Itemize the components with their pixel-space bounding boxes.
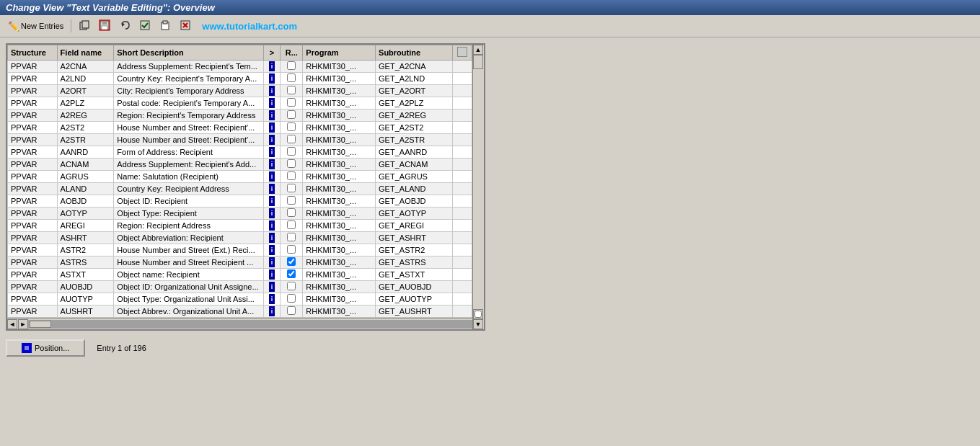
cell-arrow[interactable]: i <box>263 110 281 122</box>
info-button[interactable]: i <box>269 147 275 157</box>
cell-r[interactable] <box>281 244 303 257</box>
cell-arrow[interactable]: i <box>263 134 281 146</box>
cell-arrow[interactable]: i <box>263 269 281 281</box>
undo-button[interactable] <box>115 17 134 35</box>
info-button[interactable]: i <box>269 257 275 267</box>
info-button[interactable]: i <box>269 61 275 71</box>
cell-arrow[interactable]: i <box>263 171 281 183</box>
info-button[interactable]: i <box>269 245 275 255</box>
r-checkbox[interactable] <box>287 159 296 168</box>
cell-r[interactable] <box>281 195 303 208</box>
cell-r[interactable] <box>281 208 303 220</box>
r-checkbox[interactable] <box>287 294 296 303</box>
r-checkbox[interactable] <box>287 147 296 156</box>
scroll-check-input[interactable] <box>474 311 482 318</box>
horizontal-scrollbar[interactable]: ◄ ► … ► <box>7 318 472 329</box>
r-checkbox[interactable] <box>287 171 296 180</box>
r-checkbox[interactable] <box>287 135 296 143</box>
info-button[interactable]: i <box>269 98 275 108</box>
cell-arrow[interactable]: i <box>263 244 281 257</box>
cell-arrow[interactable]: i <box>263 122 281 134</box>
save-button[interactable] <box>95 17 114 35</box>
cell-arrow[interactable]: i <box>263 220 281 232</box>
cell-arrow[interactable]: i <box>263 195 281 208</box>
other-button[interactable] <box>136 17 154 35</box>
copy-button[interactable] <box>75 17 94 35</box>
info-button[interactable]: i <box>269 184 275 194</box>
info-button[interactable]: i <box>269 233 275 243</box>
info-button[interactable]: i <box>269 135 275 145</box>
info-button[interactable]: i <box>269 220 275 231</box>
r-checkbox[interactable] <box>287 110 296 119</box>
r-checkbox[interactable] <box>287 184 296 192</box>
cell-r[interactable] <box>281 110 303 122</box>
cell-r[interactable] <box>281 220 303 232</box>
scroll-left-arrow[interactable]: ◄ <box>7 319 17 329</box>
cell-r[interactable] <box>281 85 303 97</box>
delete-button[interactable] <box>176 17 195 35</box>
col-header-icon[interactable] <box>452 45 472 61</box>
r-checkbox[interactable] <box>287 208 296 217</box>
cell-r[interactable] <box>281 293 303 305</box>
info-button[interactable]: i <box>269 159 275 169</box>
cell-r[interactable] <box>281 232 303 244</box>
info-button[interactable]: i <box>269 171 275 182</box>
cell-arrow[interactable]: i <box>263 146 281 159</box>
cell-r[interactable] <box>281 305 303 318</box>
cell-arrow[interactable]: i <box>263 159 281 171</box>
cell-arrow[interactable]: i <box>263 208 281 220</box>
cell-r[interactable] <box>281 146 303 159</box>
r-checkbox[interactable] <box>287 61 296 70</box>
r-checkbox[interactable] <box>287 122 296 131</box>
scroll-checkbox[interactable] <box>473 309 483 319</box>
r-checkbox[interactable] <box>287 282 296 290</box>
new-entries-button[interactable]: ✏️ New Entries <box>4 19 67 34</box>
position-button[interactable]: Position... <box>6 339 85 357</box>
info-button[interactable]: i <box>269 122 275 133</box>
cell-arrow[interactable]: i <box>263 73 281 85</box>
scroll-thumb-horizontal[interactable] <box>30 321 51 328</box>
cell-r[interactable] <box>281 257 303 269</box>
cell-r[interactable] <box>281 61 303 73</box>
cell-r[interactable] <box>281 269 303 281</box>
r-checkbox[interactable] <box>287 196 296 205</box>
info-button[interactable]: i <box>269 269 275 280</box>
info-button[interactable]: i <box>269 73 275 84</box>
cell-r[interactable] <box>281 159 303 171</box>
info-button[interactable]: i <box>269 306 275 316</box>
cell-r[interactable] <box>281 134 303 146</box>
r-checkbox[interactable] <box>287 220 296 229</box>
cell-r[interactable] <box>281 97 303 110</box>
r-checkbox[interactable] <box>287 98 296 107</box>
cell-r[interactable] <box>281 171 303 183</box>
cell-arrow[interactable]: i <box>263 281 281 293</box>
r-checkbox[interactable] <box>287 306 296 315</box>
scroll-up-arrow[interactable]: ▲ <box>473 45 483 55</box>
cell-r[interactable] <box>281 183 303 195</box>
scroll-right-arrow-small[interactable]: ► <box>18 319 28 329</box>
cell-r[interactable] <box>281 122 303 134</box>
cell-r[interactable] <box>281 281 303 293</box>
info-button[interactable]: i <box>269 196 275 206</box>
scroll-thumb-vertical[interactable] <box>473 55 483 69</box>
cell-arrow[interactable]: i <box>263 85 281 97</box>
cell-r[interactable] <box>281 73 303 85</box>
cell-arrow[interactable]: i <box>263 305 281 318</box>
r-checkbox[interactable] <box>287 73 296 82</box>
r-checkbox[interactable] <box>287 245 296 254</box>
info-button[interactable]: i <box>269 282 275 292</box>
r-checkbox[interactable] <box>287 257 296 266</box>
cell-arrow[interactable]: i <box>263 183 281 195</box>
info-button[interactable]: i <box>269 86 275 96</box>
r-checkbox[interactable] <box>287 233 296 241</box>
cell-arrow[interactable]: i <box>263 257 281 269</box>
paste-button[interactable] <box>156 17 175 35</box>
info-button[interactable]: i <box>269 208 275 218</box>
r-checkbox[interactable] <box>287 86 296 94</box>
cell-arrow[interactable]: i <box>263 232 281 244</box>
info-button[interactable]: i <box>269 294 275 304</box>
scroll-down-arrow[interactable]: ▼ <box>473 319 483 329</box>
cell-arrow[interactable]: i <box>263 97 281 110</box>
r-checkbox[interactable] <box>287 269 296 278</box>
info-button[interactable]: i <box>269 110 275 120</box>
